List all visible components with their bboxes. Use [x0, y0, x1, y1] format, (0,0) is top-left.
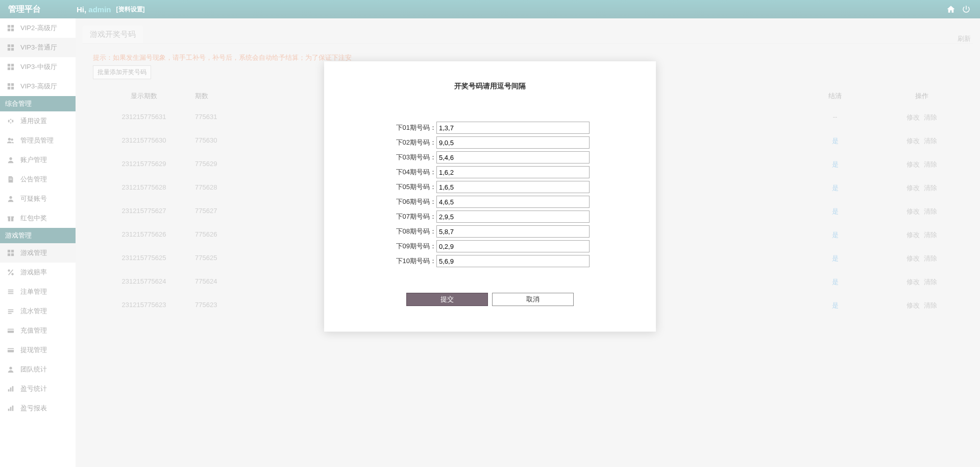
period-5-input[interactable]	[436, 181, 590, 193]
modal-overlay[interactable]: 开奖号码请用逗号间隔 下01期号码： 下02期号码： 下03期号码： 下04期号…	[0, 0, 980, 467]
dialog-label: 下05期号码：	[390, 182, 436, 192]
period-10-input[interactable]	[436, 255, 590, 267]
dialog-row-3: 下03期号码：	[345, 151, 635, 164]
dialog-label: 下03期号码：	[390, 153, 436, 162]
submit-button[interactable]: 提交	[406, 293, 488, 306]
period-1-input[interactable]	[436, 122, 590, 134]
dialog-label: 下04期号码：	[390, 168, 436, 177]
period-3-input[interactable]	[436, 151, 590, 164]
dialog-row-2: 下02期号码：	[345, 136, 635, 149]
dialog-label: 下02期号码：	[390, 138, 436, 147]
dialog-row-8: 下08期号码：	[345, 225, 635, 238]
period-9-input[interactable]	[436, 240, 590, 252]
batch-add-dialog: 开奖号码请用逗号间隔 下01期号码： 下02期号码： 下03期号码： 下04期号…	[324, 61, 656, 332]
period-8-input[interactable]	[436, 225, 590, 238]
dialog-title: 开奖号码请用逗号间隔	[345, 82, 635, 91]
dialog-label: 下10期号码：	[390, 256, 436, 266]
dialog-label: 下01期号码：	[390, 123, 436, 132]
dialog-label: 下06期号码：	[390, 197, 436, 206]
dialog-label: 下07期号码：	[390, 212, 436, 221]
cancel-button[interactable]: 取消	[492, 293, 574, 306]
period-2-input[interactable]	[436, 136, 590, 149]
dialog-row-4: 下04期号码：	[345, 166, 635, 178]
dialog-row-9: 下09期号码：	[345, 240, 635, 252]
dialog-row-1: 下01期号码：	[345, 122, 635, 134]
dialog-label: 下08期号码：	[390, 227, 436, 236]
dialog-row-7: 下07期号码：	[345, 211, 635, 223]
period-4-input[interactable]	[436, 166, 590, 178]
dialog-label: 下09期号码：	[390, 242, 436, 251]
period-6-input[interactable]	[436, 196, 590, 208]
period-7-input[interactable]	[436, 211, 590, 223]
dialog-row-5: 下05期号码：	[345, 181, 635, 193]
dialog-row-10: 下10期号码：	[345, 255, 635, 267]
dialog-row-6: 下06期号码：	[345, 196, 635, 208]
